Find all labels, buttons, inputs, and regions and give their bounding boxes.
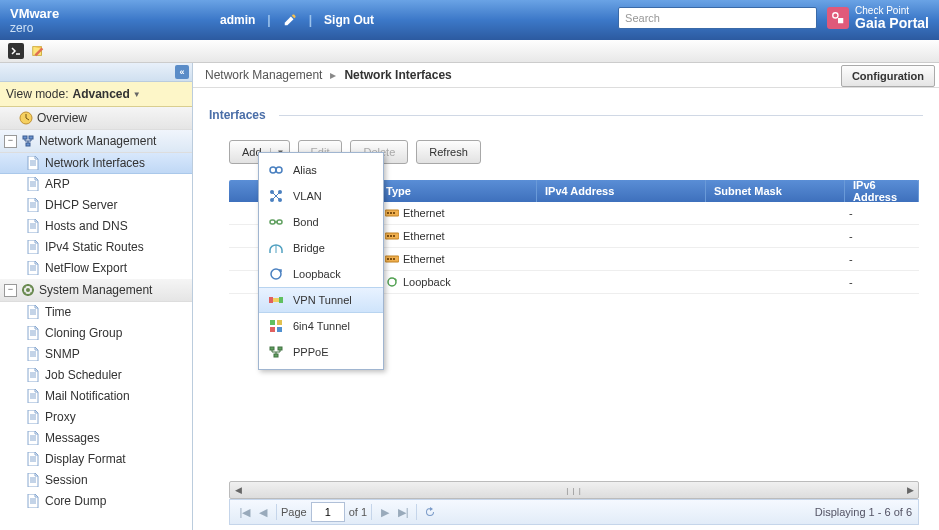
sidebar-item-label: IPv4 Static Routes (45, 240, 144, 254)
menu-item-icon (267, 213, 285, 231)
menu-item-icon (267, 265, 285, 283)
collapse-toggle[interactable]: − (4, 284, 17, 297)
checkpoint-icon (827, 7, 849, 29)
add-menu-item[interactable]: VPN Tunnel (259, 287, 383, 313)
collapse-toggle[interactable]: − (4, 135, 17, 148)
document-icon (26, 431, 40, 445)
sidebar-item[interactable]: Session (0, 470, 192, 491)
svg-point-0 (833, 13, 838, 18)
top-bar: VMware zero admin | | Sign Out Search Ch… (0, 0, 939, 40)
breadcrumb-parent[interactable]: Network Management (205, 68, 322, 82)
col-ipv4[interactable]: IPv4 Address (537, 180, 706, 202)
col-type[interactable]: Type (378, 180, 537, 202)
add-menu-item[interactable]: Bridge (259, 235, 383, 261)
refresh-pager-button[interactable] (421, 503, 439, 521)
scratchpad-icon[interactable] (30, 43, 46, 59)
svg-rect-6 (29, 136, 33, 139)
sidebar-section-overview[interactable]: Overview (0, 107, 192, 130)
ipv6-cell: - (841, 207, 919, 219)
document-icon (26, 389, 40, 403)
horizontal-scrollbar[interactable]: ◀ | | | ▶ (229, 481, 919, 499)
menu-item-label: VPN Tunnel (293, 294, 352, 306)
sidebar-item[interactable]: ARP (0, 174, 192, 195)
add-menu-item[interactable]: PPPoE (259, 339, 383, 365)
scroll-right-icon[interactable]: ▶ (902, 483, 918, 497)
view-mode-label: View mode: (6, 87, 68, 101)
next-page-button[interactable]: ▶ (376, 503, 394, 521)
sidebar-section-system[interactable]: − System Management (0, 279, 192, 302)
menu-item-icon (267, 187, 285, 205)
view-mode[interactable]: View mode: Advanced ▼ (0, 82, 192, 107)
document-icon (26, 347, 40, 361)
sidebar-item-label: Display Format (45, 452, 126, 466)
add-menu-item[interactable]: 6in4 Tunnel (259, 313, 383, 339)
col-mask[interactable]: Subnet Mask (706, 180, 845, 202)
sidebar-item-label: NetFlow Export (45, 261, 127, 275)
add-menu-item[interactable]: Alias (259, 157, 383, 183)
sidebar-item-label: Cloning Group (45, 326, 122, 340)
document-icon (26, 261, 40, 275)
menu-item-icon (267, 239, 285, 257)
collapse-button[interactable]: « (175, 65, 189, 79)
sidebar-item[interactable]: Messages (0, 428, 192, 449)
prev-page-button[interactable]: ◀ (254, 503, 272, 521)
refresh-button[interactable]: Refresh (416, 140, 481, 164)
svg-rect-87 (270, 320, 275, 325)
sidebar-item[interactable]: Cloning Group (0, 323, 192, 344)
svg-rect-7 (26, 143, 30, 146)
sidebar-item[interactable]: Display Format (0, 449, 192, 470)
svg-point-27 (26, 288, 30, 292)
document-icon (26, 198, 40, 212)
type-cell: Ethernet (403, 207, 445, 219)
sidebar-item[interactable]: Time (0, 302, 192, 323)
sidebar-item[interactable]: IPv4 Static Routes (0, 237, 192, 258)
svg-rect-65 (393, 235, 395, 237)
add-menu-item[interactable]: VLAN (259, 183, 383, 209)
sidebar-item[interactable]: Mail Notification (0, 386, 192, 407)
sidebar-item-label: Network Interfaces (45, 156, 145, 170)
terminal-icon[interactable] (8, 43, 24, 59)
svg-rect-92 (278, 347, 282, 350)
add-menu-item[interactable]: Bond (259, 209, 383, 235)
sidebar-item[interactable]: NetFlow Export (0, 258, 192, 279)
sidebar-item[interactable]: Network Interfaces (0, 153, 192, 174)
document-icon (26, 452, 40, 466)
sidebar-item[interactable]: Hosts and DNS (0, 216, 192, 237)
scroll-left-icon[interactable]: ◀ (230, 483, 246, 497)
sidebar-section-network[interactable]: − Network Management (0, 130, 192, 153)
search-input[interactable]: Search (618, 7, 817, 29)
interface-type-icon (385, 253, 399, 265)
svg-rect-69 (393, 258, 395, 260)
gaia-logo: Check Point Gaia Portal (827, 5, 929, 31)
col-ipv6[interactable]: IPv6 Address (845, 180, 919, 202)
sidebar-item[interactable]: SNMP (0, 344, 192, 365)
edit-icon[interactable] (283, 13, 297, 27)
sidebar-item[interactable]: Proxy (0, 407, 192, 428)
add-menu-item[interactable]: Loopback (259, 261, 383, 287)
vmware-section: VMware zero (0, 6, 210, 35)
separator (371, 504, 372, 520)
svg-rect-64 (390, 235, 392, 237)
vmware-label: VMware (10, 6, 210, 21)
ipv6-cell: - (841, 253, 919, 265)
configuration-button[interactable]: Configuration (841, 65, 935, 87)
pager: |◀ ◀ Page of 1 ▶ ▶| Displaying 1 - 6 of … (229, 499, 919, 525)
view-mode-value: Advanced (72, 87, 129, 101)
menu-item-label: Alias (293, 164, 317, 176)
top-actions: admin | | Sign Out (210, 13, 374, 27)
sidebar-item-label: Time (45, 305, 71, 319)
document-icon (26, 156, 40, 170)
signout-link[interactable]: Sign Out (324, 13, 374, 27)
sidebar-item-label: ARP (45, 177, 70, 191)
sidebar-item[interactable]: Core Dump (0, 491, 192, 512)
scroll-thumb[interactable]: | | | (247, 484, 901, 496)
sidebar-item-label: Proxy (45, 410, 76, 424)
page-input[interactable] (311, 502, 345, 522)
sidebar-item[interactable]: DHCP Server (0, 195, 192, 216)
first-page-button[interactable]: |◀ (236, 503, 254, 521)
chevron-right-icon: ▸ (330, 68, 336, 82)
document-icon (26, 326, 40, 340)
last-page-button[interactable]: ▶| (394, 503, 412, 521)
sidebar-item[interactable]: Job Scheduler (0, 365, 192, 386)
admin-link[interactable]: admin (220, 13, 255, 27)
